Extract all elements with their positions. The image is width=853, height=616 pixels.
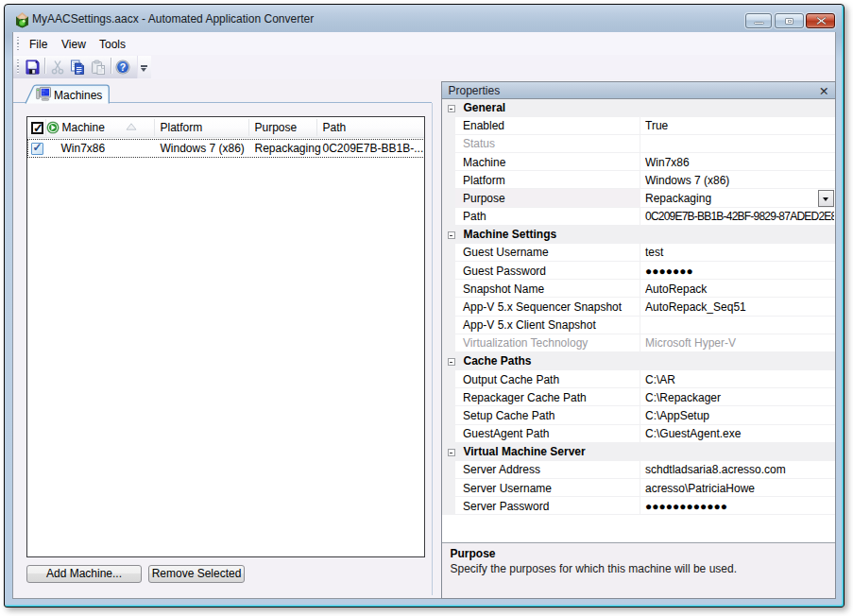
svg-text:?: ? — [120, 61, 126, 73]
